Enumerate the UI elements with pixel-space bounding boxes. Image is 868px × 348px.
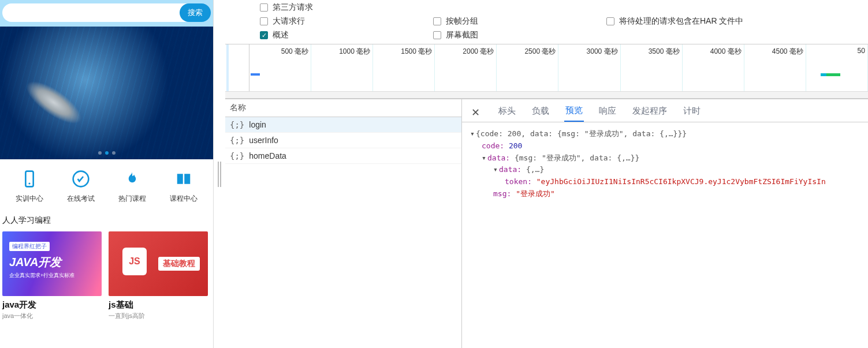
timeline-column: 3500 毫秒 bbox=[621, 44, 683, 98]
json-icon: {;} bbox=[230, 151, 244, 160]
drag-handle-icon bbox=[218, 162, 221, 187]
checkbox-icon bbox=[433, 17, 441, 25]
request-row-homedata[interactable]: {;} homeData bbox=[225, 148, 461, 164]
nav-label: 在线考试 bbox=[67, 194, 95, 204]
filter-include-har[interactable]: 将待处理的请求包含在HAR 文件中 bbox=[606, 16, 860, 27]
book-icon bbox=[173, 169, 194, 189]
timeline-column: 4500 毫秒 bbox=[744, 44, 806, 98]
timeline-tick-label: 4000 毫秒 bbox=[710, 47, 742, 57]
json-icon: {;} bbox=[230, 136, 244, 145]
search-input[interactable] bbox=[2, 3, 190, 22]
checkbox-icon bbox=[260, 17, 268, 25]
timeline-tick-label: 3000 毫秒 bbox=[587, 47, 618, 57]
detail-tabs: ✕ 标头 负载 预览 响应 发起程序 计时 bbox=[462, 99, 868, 122]
timeline-column: 1500 毫秒 bbox=[373, 44, 435, 98]
course-card-java[interactable]: 编程界红把子 JAVA开发 企业真实需求+行业真实标准 java开发 java一… bbox=[2, 231, 102, 320]
checkbox-icon bbox=[260, 3, 268, 12]
filter-label: 第三方请求 bbox=[273, 2, 313, 13]
json-icon: {;} bbox=[230, 120, 244, 129]
timeline-tick-label: 4500 毫秒 bbox=[772, 47, 803, 57]
nav-item-hot[interactable]: 热门课程 bbox=[118, 169, 146, 204]
filter-screenshots[interactable]: 屏幕截图 bbox=[433, 30, 606, 40]
devtools-network-panel: 第三方请求 大请求行 按帧分组 将待处理的请求包含在HAR 文件中 ✓ 概述 屏… bbox=[225, 0, 868, 348]
filter-label: 按帧分组 bbox=[446, 16, 478, 27]
filter-label: 概述 bbox=[273, 30, 289, 40]
nav-item-exam[interactable]: 在线考试 bbox=[67, 169, 95, 204]
course-title: java开发 bbox=[2, 300, 102, 310]
timeline-tick-label: 50 bbox=[858, 47, 865, 55]
timeline-tick-label: 3500 毫秒 bbox=[649, 47, 680, 57]
timeline-column: 3000 毫秒 bbox=[558, 44, 620, 98]
carousel-dot[interactable] bbox=[112, 151, 116, 155]
request-name: userInfo bbox=[249, 136, 278, 145]
request-row-login[interactable]: {;} login bbox=[225, 117, 461, 133]
nav-label: 实训中心 bbox=[16, 194, 43, 204]
timeline-tick-label: 1500 毫秒 bbox=[401, 47, 432, 57]
request-row-userinfo[interactable]: {;} userInfo bbox=[225, 133, 461, 148]
course-title: js基础 bbox=[109, 300, 208, 310]
timeline-tick-label: 2000 毫秒 bbox=[463, 47, 494, 57]
checkbox-icon bbox=[606, 17, 614, 25]
tab-initiator[interactable]: 发起程序 bbox=[631, 103, 668, 121]
filter-label: 大请求行 bbox=[273, 16, 305, 27]
course-cards: 编程界红把子 JAVA开发 企业真实需求+行业真实标准 java开发 java一… bbox=[0, 229, 213, 320]
nav-item-courses[interactable]: 课程中心 bbox=[170, 169, 198, 204]
course-card-image: JS 基础教程 bbox=[109, 231, 208, 296]
course-subtitle: java一体化 bbox=[2, 312, 102, 320]
request-list: 名称 {;} login {;} userInfo {;} homeData bbox=[225, 99, 462, 348]
carousel-dot[interactable] bbox=[98, 151, 102, 155]
svg-point-1 bbox=[28, 182, 30, 184]
hero-banner[interactable] bbox=[0, 27, 213, 159]
fire-icon bbox=[122, 169, 143, 189]
filter-group-by-frame[interactable]: 按帧分组 bbox=[433, 16, 606, 27]
close-icon[interactable]: ✕ bbox=[471, 106, 480, 119]
pane-divider[interactable] bbox=[214, 0, 225, 348]
section-title: 人人学习编程 bbox=[0, 211, 213, 229]
network-filter-options: 第三方请求 大请求行 按帧分组 将待处理的请求包含在HAR 文件中 ✓ 概述 屏… bbox=[225, 0, 868, 44]
request-name: login bbox=[249, 120, 266, 129]
timeline-marker bbox=[251, 73, 260, 76]
course-badge: 编程界红把子 bbox=[9, 242, 50, 251]
filter-label: 将待处理的请求包含在HAR 文件中 bbox=[619, 16, 743, 27]
timeline-marker bbox=[821, 73, 840, 76]
checkbox-icon: ✓ bbox=[260, 31, 268, 39]
timeline-scrollbar[interactable] bbox=[225, 91, 868, 98]
timeline-column: 500 毫秒 bbox=[249, 44, 311, 98]
course-card-image: 编程界红把子 JAVA开发 企业真实需求+行业真实标准 bbox=[2, 231, 102, 296]
tab-timing[interactable]: 计时 bbox=[682, 103, 702, 121]
request-list-header: 名称 bbox=[225, 99, 461, 117]
timeline-column: 4000 毫秒 bbox=[683, 44, 744, 98]
filter-third-party[interactable]: 第三方请求 bbox=[260, 2, 860, 13]
timeline-tick-label: 2500 毫秒 bbox=[524, 47, 556, 57]
request-name: homeData bbox=[249, 151, 286, 160]
timeline-column: 1000 毫秒 bbox=[311, 44, 373, 98]
checkbox-icon bbox=[433, 31, 441, 39]
filter-label: 屏幕截图 bbox=[446, 30, 478, 40]
course-card-js[interactable]: JS 基础教程 js基础 一直到js高阶 bbox=[109, 231, 208, 320]
timeline-column: 50 bbox=[806, 44, 868, 98]
nav-item-training[interactable]: 实训中心 bbox=[16, 169, 43, 204]
tab-payload[interactable]: 负载 bbox=[531, 103, 550, 121]
search-button[interactable]: 搜索 bbox=[180, 3, 211, 22]
filter-overview[interactable]: ✓ 概述 bbox=[260, 30, 433, 40]
network-timeline[interactable]: 500 毫秒1000 毫秒1500 毫秒2000 毫秒2500 毫秒3000 毫… bbox=[225, 44, 868, 99]
filter-large-rows[interactable]: 大请求行 bbox=[260, 16, 433, 27]
tab-response[interactable]: 响应 bbox=[598, 103, 617, 121]
nav-grid: 实训中心 在线考试 热门课程 课程中心 bbox=[0, 159, 213, 211]
tab-preview[interactable]: 预览 bbox=[564, 103, 584, 122]
js-shield-icon: JS bbox=[122, 248, 147, 275]
exam-icon bbox=[70, 169, 91, 189]
timeline-tick-label: 1000 毫秒 bbox=[339, 47, 370, 57]
carousel-dot[interactable] bbox=[105, 151, 109, 155]
course-img-title: JAVA开发 bbox=[9, 255, 61, 270]
course-img-sub: 企业真实需求+行业真实标准 bbox=[9, 272, 74, 279]
timeline-column: 2000 毫秒 bbox=[435, 44, 497, 98]
request-detail-panel: ✕ 标头 负载 预览 响应 发起程序 计时 ▾{code: 200, data:… bbox=[462, 99, 868, 348]
response-preview[interactable]: ▾{code: 200, data: {msg: "登录成功", data: {… bbox=[462, 122, 868, 348]
nav-label: 课程中心 bbox=[170, 194, 198, 204]
phone-icon bbox=[19, 169, 40, 189]
tab-headers[interactable]: 标头 bbox=[497, 103, 517, 121]
course-img-badge: 基础教程 bbox=[158, 257, 200, 271]
timeline-column: 2500 毫秒 bbox=[497, 44, 558, 98]
carousel-dots bbox=[98, 151, 116, 155]
